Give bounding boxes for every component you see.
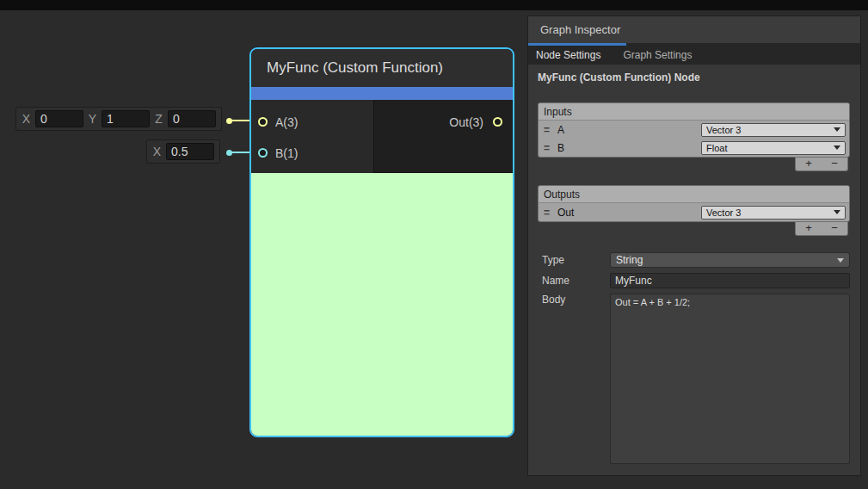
axis-z-label: Z bbox=[154, 112, 163, 126]
inspector-title: Graph Inspector bbox=[540, 23, 620, 36]
inputs-list-header: Inputs bbox=[539, 103, 849, 121]
type-row: Type String bbox=[538, 252, 850, 268]
drag-handle-icon[interactable]: = bbox=[544, 142, 550, 154]
input-port-b-label: B(1) bbox=[275, 146, 298, 160]
function-body-field[interactable]: Out = A + B + 1/2; bbox=[610, 294, 850, 464]
dropdown-value: Float bbox=[706, 143, 727, 153]
inputs-list: Inputs = A Vector 3 = B Float bbox=[538, 102, 850, 158]
input-port-a-label: A(3) bbox=[275, 115, 298, 129]
output-type-dropdown[interactable]: Vector 3 bbox=[701, 206, 846, 220]
dropdown-value: Vector 3 bbox=[706, 207, 741, 218]
input-b-type-dropdown[interactable]: Float bbox=[701, 141, 846, 155]
tab-node-settings[interactable]: Node Settings bbox=[536, 49, 600, 61]
node-title-bar[interactable]: MyFunc (Custom Function) bbox=[251, 49, 513, 87]
node-preview bbox=[251, 173, 513, 436]
input-ports-panel bbox=[251, 100, 374, 173]
input-port-b-icon[interactable] bbox=[258, 148, 268, 158]
input-port-a-icon[interactable] bbox=[258, 117, 268, 127]
drag-handle-icon[interactable]: = bbox=[544, 124, 550, 136]
dropdown-arrow-icon bbox=[834, 145, 840, 150]
inspector-content: MyFunc (Custom Function) Node Inputs = A… bbox=[528, 65, 860, 464]
custom-function-node[interactable]: MyFunc (Custom Function) A(3) B(1) Out(3… bbox=[249, 47, 514, 437]
name-label: Name bbox=[538, 275, 610, 287]
outputs-list-header: Outputs bbox=[539, 186, 849, 203]
input-a-type-dropdown[interactable]: Vector 3 bbox=[701, 123, 846, 137]
outputs-list: Outputs = Out Vector 3 bbox=[538, 185, 850, 222]
input-b-name: B bbox=[557, 142, 701, 154]
list-item-input-b[interactable]: = B Float bbox=[539, 139, 849, 157]
inspector-subtitle: MyFunc (Custom Function) Node bbox=[538, 71, 850, 84]
drag-handle-icon[interactable]: = bbox=[544, 207, 550, 219]
vector3-z-field[interactable] bbox=[168, 110, 216, 127]
input-a-name: A bbox=[557, 124, 701, 136]
dropdown-value: Vector 3 bbox=[706, 125, 741, 135]
name-row: Name bbox=[538, 273, 850, 288]
dropdown-arrow-icon bbox=[834, 210, 840, 214]
shader-graph-window: X Y Z X MyFunc (Custom Function) A(3) bbox=[0, 0, 868, 489]
dropdown-arrow-icon bbox=[837, 258, 844, 263]
axis-x-label: X bbox=[22, 112, 31, 126]
list-item-output[interactable]: = Out Vector 3 bbox=[539, 203, 849, 221]
add-input-button[interactable]: + bbox=[796, 158, 822, 170]
window-top-bar bbox=[0, 0, 868, 10]
inspector-title-bar[interactable]: Graph Inspector bbox=[528, 16, 860, 43]
vector3-input-widget: X Y Z bbox=[15, 107, 222, 131]
graph-inspector-panel: Graph Inspector Node Settings Graph Sett… bbox=[527, 15, 861, 476]
node-port-area: A(3) B(1) Out(3) bbox=[251, 100, 513, 173]
tab-graph-settings[interactable]: Graph Settings bbox=[623, 49, 692, 61]
axis-y-label: Y bbox=[88, 112, 97, 126]
outputs-list-footer: + − bbox=[795, 222, 848, 236]
add-output-button[interactable]: + bbox=[796, 222, 822, 235]
remove-output-button[interactable]: − bbox=[822, 222, 847, 235]
output-port-icon[interactable] bbox=[493, 117, 502, 127]
vector3-x-field[interactable] bbox=[35, 110, 83, 127]
inspector-tab-bar: Node Settings Graph Settings bbox=[528, 46, 860, 65]
body-label: Body bbox=[538, 294, 610, 306]
node-accent-bar bbox=[251, 87, 513, 100]
vector3-y-field[interactable] bbox=[102, 110, 150, 127]
function-name-field[interactable] bbox=[610, 273, 850, 288]
list-item-input-a[interactable]: = A Vector 3 bbox=[539, 121, 849, 139]
inputs-list-footer: + − bbox=[795, 158, 848, 171]
type-label: Type bbox=[538, 254, 610, 266]
type-dropdown[interactable]: String bbox=[610, 252, 850, 268]
axis-x-label: X bbox=[152, 145, 162, 158]
body-row: Body Out = A + B + 1/2; bbox=[538, 294, 850, 464]
dropdown-arrow-icon bbox=[834, 127, 840, 132]
remove-input-button[interactable]: − bbox=[822, 158, 847, 170]
float-x-field[interactable] bbox=[166, 143, 214, 160]
output-name: Out bbox=[557, 207, 701, 219]
float-input-widget: X bbox=[146, 139, 220, 164]
output-port-label: Out(3) bbox=[449, 115, 483, 129]
dropdown-value: String bbox=[616, 254, 643, 266]
node-title: MyFunc (Custom Function) bbox=[267, 59, 443, 77]
